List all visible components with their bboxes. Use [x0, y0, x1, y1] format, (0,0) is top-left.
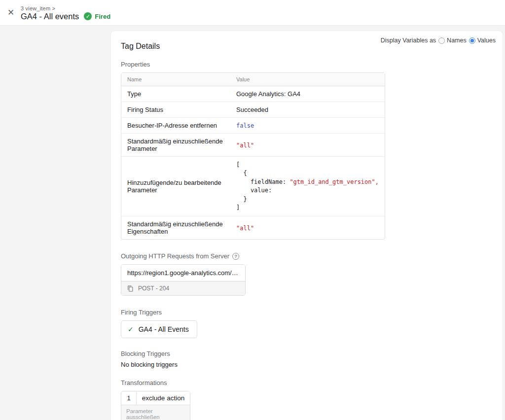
property-name: Standardmäßig einzuschließende Parameter — [121, 134, 230, 157]
code-block: [ { fieldName: "gtm_id_and_gtm_version",… — [236, 161, 379, 212]
radio-values-label: Values — [477, 37, 496, 44]
property-value: [ { fieldName: "gtm_id_and_gtm_version",… — [230, 157, 385, 216]
table-row: Besucher-IP-Adresse entfernen false — [121, 118, 385, 134]
request-url[interactable]: https://region1.google-analytics.com/… — [121, 265, 245, 281]
property-name: Besucher-IP-Adresse entfernen — [121, 118, 230, 134]
debug-stage: Display Variables as Names Values Tag De… — [0, 26, 505, 420]
transformation-action: exclude action — [137, 391, 190, 405]
code-value: "all" — [236, 142, 254, 149]
transformation-subtitle: Parameter ausschließen — [121, 405, 190, 420]
trigger-name: GA4 - All Events — [139, 325, 189, 333]
status-badge-label: Fired — [95, 13, 110, 20]
property-name: Standardmäßig einzuschließende Eigenscha… — [121, 216, 230, 239]
check-circle-icon: ✓ — [84, 12, 92, 20]
check-icon: ✓ — [128, 325, 134, 333]
property-value: "all" — [230, 216, 385, 239]
property-name: Hinzuzufügende/zu bearbeitende Parameter — [121, 157, 230, 216]
radio-names[interactable]: Names — [438, 37, 467, 44]
property-value: false — [230, 118, 385, 134]
transformation-index: 1 — [121, 391, 137, 405]
property-value: Google Analytics: GA4 — [230, 86, 385, 102]
close-icon[interactable]: ✕ — [2, 4, 19, 21]
header-titles: 3 view_item > GA4 - All events ✓ Fired — [21, 4, 110, 21]
firing-trigger-chip[interactable]: ✓ GA4 - All Events — [121, 320, 197, 338]
property-value: Succeeded — [230, 102, 385, 118]
property-name: Firing Status — [121, 102, 230, 118]
transformations-label: Transformations — [121, 379, 493, 386]
radio-values-icon — [469, 37, 475, 44]
display-variables-label: Display Variables as — [381, 37, 436, 44]
table-row: Firing Status Succeeded — [121, 102, 385, 118]
radio-values[interactable]: Values — [469, 37, 496, 44]
column-header-name: Name — [121, 73, 230, 86]
table-row: Standardmäßig einzuschließende Eigenscha… — [121, 216, 385, 239]
code-value: false — [236, 122, 254, 129]
copy-stack-icon — [127, 285, 134, 292]
transformation-row[interactable]: 1 exclude action — [121, 391, 190, 405]
table-row: Standardmäßig einzuschließende Parameter… — [121, 134, 385, 157]
request-meta-row[interactable]: POST - 204 — [121, 281, 245, 295]
blocking-triggers-label: Blocking Triggers — [121, 350, 493, 357]
gtm-debug-tag-details-page: ✕ 3 view_item > GA4 - All events ✓ Fired… — [0, 0, 505, 420]
properties-label: Properties — [121, 61, 493, 68]
help-icon[interactable]: ? — [232, 253, 239, 260]
http-request-card: https://region1.google-analytics.com/… P… — [121, 264, 246, 296]
table-row: Type Google Analytics: GA4 — [121, 86, 385, 102]
radio-names-label: Names — [447, 37, 467, 44]
transformation-card: 1 exclude action Parameter ausschließen — [121, 391, 190, 420]
table-row: Hinzuzufügende/zu bearbeitende Parameter… — [121, 157, 385, 216]
firing-triggers-label: Firing Triggers — [121, 309, 493, 316]
outgoing-requests-header: Outgoing HTTP Requests from Server ? — [121, 252, 493, 260]
tag-details-panel: Display Variables as Names Values Tag De… — [110, 31, 503, 420]
table-header-row: Name Value — [121, 73, 385, 86]
page-title: GA4 - All events — [21, 12, 79, 21]
property-name: Type — [121, 86, 230, 102]
topbar: ✕ 3 view_item > GA4 - All events ✓ Fired — [0, 0, 505, 26]
radio-names-icon — [438, 37, 445, 44]
request-method-status: POST - 204 — [138, 285, 169, 292]
column-header-value: Value — [230, 73, 385, 86]
breadcrumb[interactable]: 3 view_item > — [21, 5, 110, 11]
display-variables-toggle: Display Variables as Names Values — [381, 37, 496, 44]
code-value: "all" — [236, 225, 254, 232]
property-value: "all" — [230, 134, 385, 157]
outgoing-requests-label: Outgoing HTTP Requests from Server — [121, 252, 229, 260]
status-badge: ✓ Fired — [84, 12, 110, 20]
no-blocking-triggers-text: No blocking triggers — [121, 361, 493, 368]
properties-table: Name Value Type Google Analytics: GA4 Fi… — [121, 72, 385, 240]
